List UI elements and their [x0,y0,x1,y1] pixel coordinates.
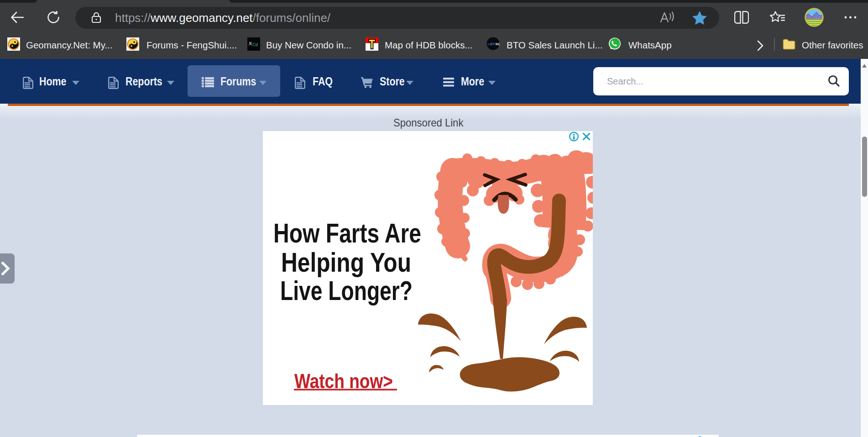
svg-text:How Farts Are: How Farts Are [273,218,421,248]
svg-text:HQ: HQ [496,42,500,46]
svg-text:Helping You: Helping You [281,247,411,278]
svg-text:Cd: Cd [252,42,258,47]
svg-text:N: N [248,41,252,46]
svg-text:Watch now>: Watch now> [294,370,393,392]
svg-text:Live Longer?: Live Longer? [280,276,413,306]
svg-text:⌂: ⌂ [487,42,490,46]
